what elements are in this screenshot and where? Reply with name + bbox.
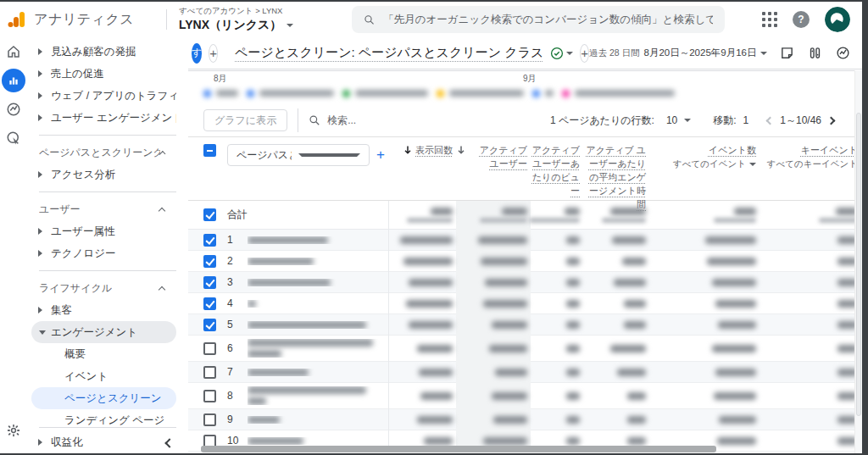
sidebar-section-label: ユーザー <box>39 203 81 217</box>
legend-item-redacted[interactable] <box>437 90 524 97</box>
row-checkbox[interactable] <box>203 390 216 402</box>
goto-value[interactable]: 1 <box>743 114 749 126</box>
row-checkbox[interactable] <box>203 342 216 355</box>
chevron-down-icon <box>287 24 293 27</box>
help-icon[interactable]: ? <box>793 11 810 28</box>
expand-arrow-icon <box>38 307 42 314</box>
column-sub-label[interactable]: すべてのキーイベント <box>767 158 854 170</box>
rail-reports-button[interactable] <box>2 69 25 92</box>
legend-item-redacted[interactable] <box>532 90 554 97</box>
sidebar-item[interactable]: ユーザー エンゲージメントと... <box>27 107 176 129</box>
apps-grid-icon[interactable] <box>762 12 777 27</box>
account-path: すべてのアカウント > LYNX <box>179 6 345 17</box>
sidebar-item[interactable]: ページとスクリーン <box>31 387 176 409</box>
metric-cell <box>388 272 456 293</box>
row-checkbox[interactable] <box>203 366 216 379</box>
sidebar-item[interactable]: 集客 <box>27 299 176 321</box>
table-row[interactable]: 8 <box>188 383 854 409</box>
column-header[interactable]: キーイベントすべてのキーイベント <box>760 144 854 170</box>
redacted-value <box>566 321 580 329</box>
account-switcher[interactable]: すべてのアカウント > LYNX LYNX（リンクス） <box>167 6 345 33</box>
prev-page-icon[interactable] <box>766 116 775 125</box>
sidebar-section-header[interactable]: ユーザー <box>27 198 176 220</box>
search-input[interactable]: 「先月のオーガニック検索でのコンバージョン数の傾向」と検索してみてく... <box>352 6 725 33</box>
row-checkbox-cell <box>203 390 227 402</box>
redacted-name <box>248 258 314 265</box>
table-row[interactable]: 7 <box>188 362 854 383</box>
row-checkbox[interactable] <box>203 413 216 426</box>
show-on-chart-button[interactable]: グラフに表示 <box>203 109 287 131</box>
rail-advertising-button[interactable] <box>0 124 27 153</box>
column-header[interactable]: 表示回数 <box>388 144 456 158</box>
sidebar-section-header[interactable]: ライフサイクル <box>27 277 176 299</box>
next-page-icon[interactable] <box>827 116 836 125</box>
row-checkbox[interactable] <box>203 276 216 289</box>
sidebar-item[interactable]: テクノロジー <box>27 242 176 264</box>
notes-button[interactable] <box>776 42 798 64</box>
row-checkbox[interactable] <box>203 319 216 331</box>
sidebar-section-header[interactable]: ページパスとスクリーンクラス <box>27 141 176 164</box>
legend-item-redacted[interactable] <box>203 90 238 97</box>
row-checkbox[interactable] <box>203 234 216 247</box>
row-checkbox[interactable] <box>203 255 216 268</box>
share-button[interactable] <box>860 42 862 64</box>
table-row[interactable]: 2 <box>188 251 854 272</box>
sidebar-item[interactable]: アクセス分析 <box>27 164 176 186</box>
sidebar-item[interactable]: ランディング ページ <box>27 409 176 431</box>
sort-arrow-icon[interactable] <box>456 145 466 155</box>
dimension-select[interactable]: ページパスとスクリーン クラス <box>227 144 370 166</box>
report-title[interactable]: ページとスクリーン: ページパスとスクリーン クラス <box>235 45 543 61</box>
vertical-scrollbar-track[interactable] <box>854 70 862 453</box>
sidebar-item[interactable]: 売上の促進 <box>27 63 176 85</box>
chevron-down-icon[interactable] <box>566 52 573 55</box>
column-header[interactable]: アクティブ ユーザーあたりのビュー <box>531 144 583 198</box>
table-row[interactable]: 1 <box>188 230 854 251</box>
rows-per-page-value[interactable]: 10 <box>666 114 677 126</box>
add-dimension-button[interactable]: + <box>376 147 385 164</box>
avatar[interactable] <box>825 7 850 32</box>
home-link[interactable]: アナリティクス <box>0 9 166 30</box>
column-header[interactable]: イベント数すべてのイベント <box>649 144 760 170</box>
metric-cell <box>531 230 583 251</box>
insights-button[interactable] <box>832 42 854 64</box>
table-row[interactable]: 4 <box>188 293 854 314</box>
legend-item-redacted[interactable] <box>342 90 428 97</box>
sidebar-item[interactable]: 概要 <box>27 343 176 365</box>
metric-cell <box>388 409 456 430</box>
table-row[interactable]: 9 <box>188 409 854 430</box>
sidebar-item[interactable]: イベント <box>27 365 176 387</box>
redacted-value <box>707 258 756 265</box>
comparison-button[interactable] <box>804 42 826 64</box>
chevron-down-icon[interactable] <box>684 119 691 122</box>
add-tab-button[interactable]: + <box>580 44 589 63</box>
report-collection-badge[interactable]: す <box>192 43 202 64</box>
sidebar-item[interactable]: ウェブ / アプリのトラフィック... <box>27 85 176 107</box>
legend-item-redacted[interactable] <box>247 90 334 97</box>
sidebar-item[interactable]: 見込み顧客の発掘 <box>27 41 176 63</box>
total-checkbox[interactable] <box>203 208 216 221</box>
sort-arrow-icon[interactable] <box>403 145 413 155</box>
table-search-input[interactable]: 検索... <box>309 114 356 128</box>
date-range-value: 8月20日～2025年9月16日 <box>644 47 757 59</box>
redacted-value <box>417 345 453 352</box>
legend-item-redacted[interactable] <box>562 90 675 97</box>
table-row[interactable]: 3 <box>188 272 854 293</box>
date-range-picker[interactable]: 過去 28 日間 8月20日～2025年9月16日 <box>589 47 767 59</box>
sidebar-item[interactable]: 収益化 <box>27 431 176 453</box>
sidebar-item[interactable]: エンゲージメント <box>31 321 176 343</box>
select-all-checkbox[interactable] <box>203 144 216 157</box>
table-row[interactable]: 6 <box>188 336 854 362</box>
column-header[interactable]: アクティブ ユーザー <box>456 144 531 171</box>
row-checkbox[interactable] <box>203 297 216 310</box>
table-row[interactable]: 5 <box>188 314 854 336</box>
rail-home-button[interactable] <box>0 37 27 66</box>
row-checkbox-cell <box>203 319 227 331</box>
sidebar-item[interactable]: ユーザー属性 <box>27 220 176 242</box>
rail-explore-button[interactable] <box>0 95 27 124</box>
vertical-scrollbar-thumb[interactable] <box>856 113 861 416</box>
redacted-percentage <box>407 218 453 223</box>
rail-admin-button[interactable] <box>0 416 27 445</box>
horizontal-scrollbar[interactable] <box>201 446 716 452</box>
add-collection-button[interactable]: + <box>209 44 218 63</box>
column-sub-label[interactable]: すべてのイベント <box>673 158 756 170</box>
